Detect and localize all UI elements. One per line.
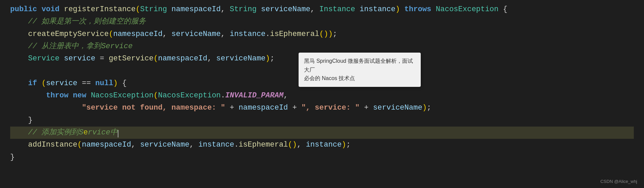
tooltip-popup: 黑马 SpringCloud 微服务面试题全解析，面试大厂 必会的 Nacos … — [299, 53, 421, 87]
code-line-8: throw new NacosException(NacosException.… — [10, 90, 634, 102]
code-line-9: "service not found, namespace: " + names… — [10, 102, 634, 114]
watermark-text: CSDN @Alice_whj — [600, 179, 637, 184]
code-line-4: // 从注册表中，拿到Service — [10, 40, 634, 53]
code-line-12: addInstance(namespaceId, serviceName, in… — [10, 139, 634, 151]
tooltip-line1: 黑马 SpringCloud 微服务面试题全解析，面试大厂 — [304, 58, 413, 73]
code-line-3: createEmptyService(namespaceId, serviceN… — [10, 28, 634, 40]
code-line-2: // 如果是第一次，则创建空的服务 — [10, 16, 634, 28]
tooltip-line2: 必会的 Nacos 技术点 — [304, 75, 355, 81]
watermark: CSDN @Alice_whj — [600, 178, 637, 185]
code-line-11: // 添加实例到Service中 — [10, 127, 634, 139]
code-line-1: public void registerInstance(String name… — [10, 3, 634, 16]
code-line-13: } — [10, 151, 634, 164]
code-line-10: } — [10, 114, 634, 127]
